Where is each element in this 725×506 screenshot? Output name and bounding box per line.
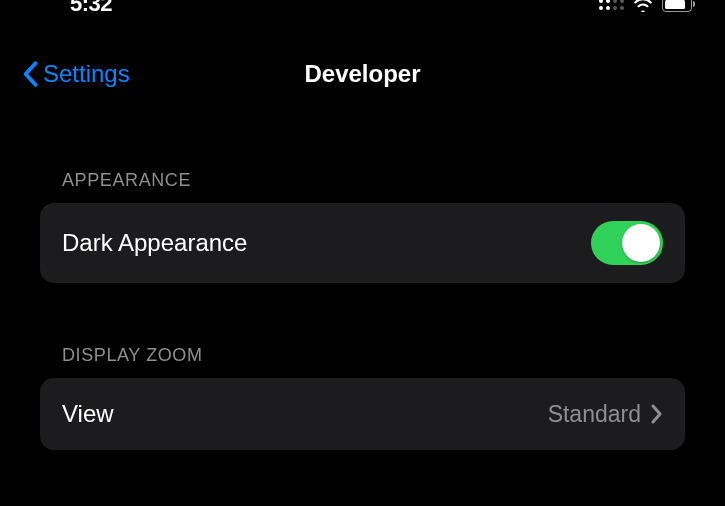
dark-appearance-toggle[interactable] bbox=[591, 221, 663, 265]
section-header-display-zoom: Display Zoom bbox=[62, 345, 685, 366]
view-label: View bbox=[62, 400, 114, 428]
back-label: Settings bbox=[43, 60, 130, 88]
section-display-zoom: Display Zoom View Standard bbox=[0, 345, 725, 450]
section-header-appearance: Appearance bbox=[62, 170, 685, 191]
battery-icon bbox=[662, 0, 695, 12]
back-button[interactable]: Settings bbox=[22, 60, 130, 88]
wifi-icon bbox=[632, 0, 654, 12]
view-value-group: Standard bbox=[548, 401, 663, 428]
status-indicators bbox=[599, 0, 695, 12]
page-title: Developer bbox=[304, 60, 420, 88]
chevron-right-icon bbox=[651, 404, 663, 424]
view-value: Standard bbox=[548, 401, 641, 428]
chevron-left-icon bbox=[22, 61, 38, 87]
nav-bar: Settings Developer bbox=[0, 46, 725, 102]
row-dark-appearance: Dark Appearance bbox=[40, 203, 685, 283]
status-time: 5:32 bbox=[30, 0, 112, 17]
toggle-knob bbox=[622, 224, 660, 262]
dark-appearance-label: Dark Appearance bbox=[62, 229, 247, 257]
row-view[interactable]: View Standard bbox=[40, 378, 685, 450]
status-bar: 5:32 bbox=[0, 0, 725, 14]
cellular-icon bbox=[599, 0, 624, 10]
section-appearance: Appearance Dark Appearance bbox=[0, 170, 725, 283]
